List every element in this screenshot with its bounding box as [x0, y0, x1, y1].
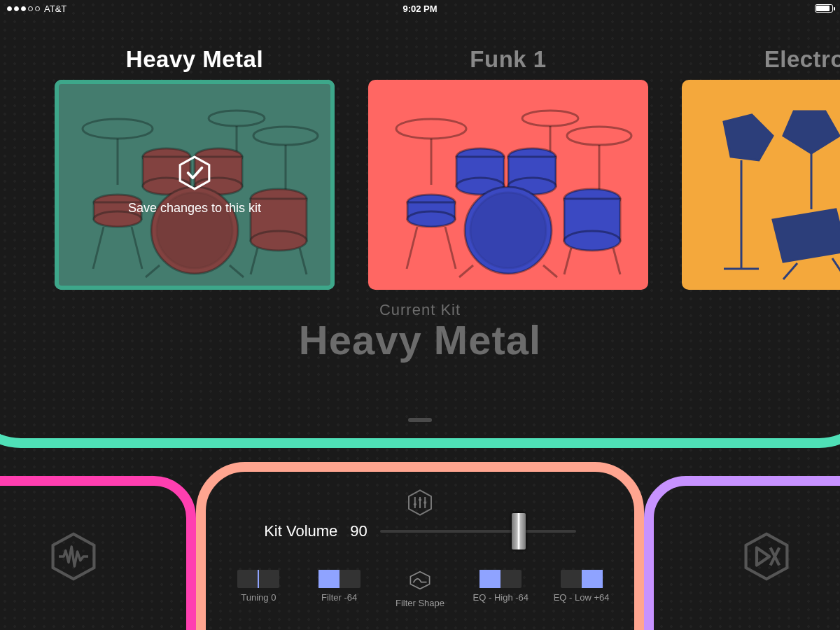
save-kit-overlay[interactable]: Save changes to this kit — [55, 80, 335, 290]
param-label: EQ - Low +64 — [554, 592, 610, 603]
slider-thumb[interactable] — [512, 513, 526, 550]
status-bar: AT&T 9:02 PM — [0, 0, 840, 17]
filter-shape-icon — [408, 570, 432, 594]
svg-point-72 — [414, 503, 416, 505]
param-label: EQ - High -64 — [473, 592, 528, 603]
param-filter-shape[interactable]: Filter Shape — [385, 570, 455, 608]
kit-volume-value: 90 — [350, 522, 367, 540]
svg-point-29 — [522, 111, 578, 126]
svg-marker-58 — [773, 209, 840, 262]
kit-volume-row: Kit Volume 90 — [206, 522, 634, 540]
kit-title: Heavy Metal — [55, 46, 335, 73]
kit-title: Electronic — [682, 46, 840, 73]
param-meter[interactable] — [561, 570, 603, 588]
param-eq-high[interactable]: EQ - High -64 — [465, 570, 536, 608]
svg-point-41 — [564, 231, 620, 251]
kit-volume-label: Kit Volume — [264, 522, 337, 540]
svg-point-46 — [470, 192, 546, 268]
current-kit-name: Heavy Metal — [0, 316, 840, 363]
play-stop-button[interactable] — [742, 532, 791, 581]
kit-thumbnail[interactable] — [682, 80, 840, 290]
svg-marker-26 — [180, 157, 209, 189]
svg-marker-53 — [724, 115, 773, 160]
param-eq-low[interactable]: EQ - Low +64 — [547, 570, 617, 608]
kit-thumbnail[interactable]: Save changes to this kit — [55, 80, 335, 290]
svg-line-47 — [407, 227, 417, 269]
signal-strength-icon — [7, 6, 40, 11]
svg-line-52 — [543, 265, 557, 277]
panel-drag-handle[interactable] — [408, 418, 432, 422]
kit-card[interactable]: Electronic — [682, 46, 840, 298]
param-filter[interactable]: Filter -64 — [304, 570, 374, 608]
checkmark-icon — [176, 155, 213, 191]
svg-line-51 — [459, 265, 473, 277]
svg-point-73 — [419, 498, 421, 501]
kit-title: Funk 1 — [368, 46, 648, 73]
param-tuning[interactable]: Tuning 0 — [223, 570, 293, 608]
kit-carousel[interactable]: Heavy Metal Save changes to this — [0, 46, 840, 298]
waveform-button[interactable] — [49, 532, 98, 581]
left-panel-frame — [0, 476, 196, 630]
kit-card[interactable]: Heavy Metal Save changes to this — [55, 46, 335, 298]
param-meter[interactable] — [237, 570, 279, 588]
param-meter[interactable] — [479, 570, 522, 588]
svg-line-50 — [613, 248, 620, 274]
svg-point-30 — [567, 127, 631, 145]
kit-controls-panel: Kit Volume 90 Tuning 0 Filter -64 Filter… — [196, 462, 644, 630]
save-kit-label: Save changes to this kit — [128, 201, 261, 216]
svg-line-48 — [445, 227, 456, 269]
param-label: Filter -64 — [321, 592, 357, 603]
svg-marker-70 — [757, 547, 769, 565]
battery-icon — [815, 4, 833, 13]
kit-card[interactable]: Funk 1 — [368, 46, 648, 298]
svg-line-49 — [564, 248, 571, 274]
param-label: Tuning 0 — [241, 592, 276, 603]
parameter-row: Tuning 0 Filter -64 Filter Shape EQ - Hi… — [206, 570, 634, 608]
current-kit-display: Current Kit Heavy Metal — [0, 301, 840, 363]
svg-point-74 — [424, 501, 426, 504]
param-meter[interactable] — [318, 570, 360, 588]
param-label: Filter Shape — [396, 598, 444, 608]
mixer-icon[interactable] — [206, 489, 634, 517]
svg-marker-69 — [746, 534, 788, 579]
kit-volume-slider[interactable] — [380, 530, 576, 533]
svg-marker-54 — [783, 111, 839, 153]
svg-line-64 — [783, 263, 797, 279]
svg-line-65 — [832, 258, 840, 279]
kit-thumbnail[interactable] — [368, 80, 648, 290]
carrier-label: AT&T — [44, 4, 66, 14]
svg-point-27 — [396, 119, 466, 139]
clock: 9:02 PM — [402, 4, 437, 14]
svg-point-44 — [407, 211, 455, 227]
